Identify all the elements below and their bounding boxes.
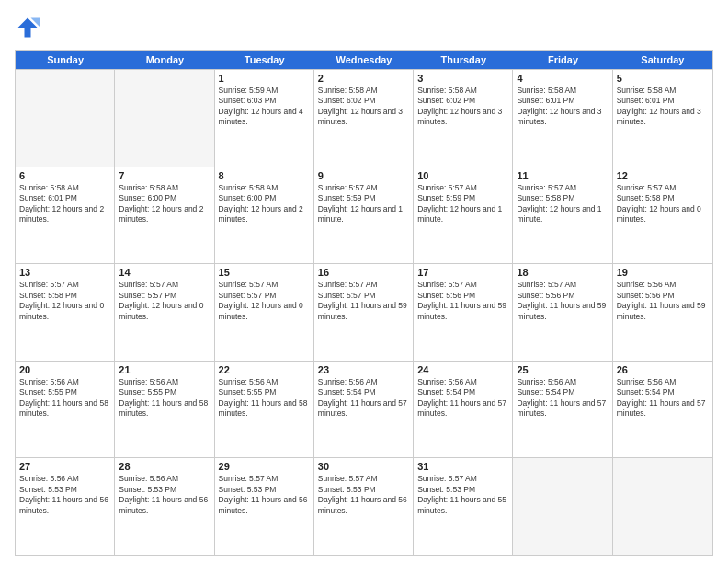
day-cell-8: 8Sunrise: 5:58 AM Sunset: 6:00 PM Daylig… <box>215 167 314 264</box>
day-number: 4 <box>517 73 608 84</box>
day-cell-31: 31Sunrise: 5:57 AM Sunset: 5:53 PM Dayli… <box>414 458 513 555</box>
calendar-row-5: 27Sunrise: 5:56 AM Sunset: 5:53 PM Dayli… <box>16 457 712 555</box>
day-info: Sunrise: 5:56 AM Sunset: 5:54 PM Dayligh… <box>318 377 409 419</box>
day-number: 31 <box>417 461 508 472</box>
day-cell-18: 18Sunrise: 5:57 AM Sunset: 5:56 PM Dayli… <box>513 264 612 361</box>
day-cell-12: 12Sunrise: 5:57 AM Sunset: 5:58 PM Dayli… <box>613 167 712 264</box>
day-cell-25: 25Sunrise: 5:56 AM Sunset: 5:54 PM Dayli… <box>513 362 612 458</box>
day-info: Sunrise: 5:58 AM Sunset: 6:00 PM Dayligh… <box>119 183 210 225</box>
day-info: Sunrise: 5:57 AM Sunset: 5:53 PM Dayligh… <box>417 474 508 516</box>
day-info: Sunrise: 5:59 AM Sunset: 6:03 PM Dayligh… <box>219 86 310 128</box>
day-info: Sunrise: 5:57 AM Sunset: 5:53 PM Dayligh… <box>219 474 310 516</box>
day-header-wednesday: Wednesday <box>314 51 414 69</box>
day-cell-26: 26Sunrise: 5:56 AM Sunset: 5:54 PM Dayli… <box>613 362 712 458</box>
day-cell-5: 5Sunrise: 5:58 AM Sunset: 6:01 PM Daylig… <box>613 70 712 167</box>
day-number: 25 <box>517 364 608 375</box>
day-info: Sunrise: 5:56 AM Sunset: 5:53 PM Dayligh… <box>119 474 210 516</box>
day-number: 22 <box>219 364 310 375</box>
day-number: 7 <box>119 170 210 181</box>
day-cell-16: 16Sunrise: 5:57 AM Sunset: 5:57 PM Dayli… <box>314 264 414 361</box>
day-number: 11 <box>517 170 608 181</box>
day-cell-11: 11Sunrise: 5:57 AM Sunset: 5:58 PM Dayli… <box>513 167 612 264</box>
day-number: 17 <box>417 267 508 278</box>
day-info: Sunrise: 5:57 AM Sunset: 5:57 PM Dayligh… <box>318 280 409 322</box>
day-cell-21: 21Sunrise: 5:56 AM Sunset: 5:55 PM Dayli… <box>115 362 214 458</box>
day-number: 30 <box>318 461 409 472</box>
day-number: 24 <box>417 364 508 375</box>
day-info: Sunrise: 5:56 AM Sunset: 5:54 PM Dayligh… <box>417 377 508 419</box>
day-number: 28 <box>119 461 210 472</box>
day-info: Sunrise: 5:57 AM Sunset: 5:57 PM Dayligh… <box>119 280 210 322</box>
day-number: 20 <box>19 364 110 375</box>
day-cell-19: 19Sunrise: 5:56 AM Sunset: 5:56 PM Dayli… <box>613 264 712 361</box>
day-number: 8 <box>219 170 310 181</box>
day-number: 2 <box>318 73 409 84</box>
day-number: 26 <box>617 364 709 375</box>
day-info: Sunrise: 5:57 AM Sunset: 5:59 PM Dayligh… <box>417 183 508 225</box>
day-info: Sunrise: 5:58 AM Sunset: 6:00 PM Dayligh… <box>219 183 310 225</box>
day-info: Sunrise: 5:57 AM Sunset: 5:58 PM Dayligh… <box>517 183 608 225</box>
day-number: 1 <box>219 73 310 84</box>
day-cell-17: 17Sunrise: 5:57 AM Sunset: 5:56 PM Dayli… <box>414 264 513 361</box>
day-header-tuesday: Tuesday <box>215 51 314 69</box>
day-cell-2: 2Sunrise: 5:58 AM Sunset: 6:02 PM Daylig… <box>314 70 414 167</box>
day-cell-28: 28Sunrise: 5:56 AM Sunset: 5:53 PM Dayli… <box>115 458 214 555</box>
day-info: Sunrise: 5:56 AM Sunset: 5:56 PM Dayligh… <box>617 280 709 322</box>
day-cell-1: 1Sunrise: 5:59 AM Sunset: 6:03 PM Daylig… <box>215 70 314 167</box>
day-info: Sunrise: 5:56 AM Sunset: 5:55 PM Dayligh… <box>19 377 110 419</box>
day-info: Sunrise: 5:57 AM Sunset: 5:57 PM Dayligh… <box>219 280 310 322</box>
day-header-thursday: Thursday <box>414 51 513 69</box>
day-number: 6 <box>19 170 110 181</box>
day-info: Sunrise: 5:58 AM Sunset: 6:01 PM Dayligh… <box>19 183 110 225</box>
day-number: 12 <box>617 170 709 181</box>
day-number: 29 <box>219 461 310 472</box>
day-info: Sunrise: 5:57 AM Sunset: 5:56 PM Dayligh… <box>417 280 508 322</box>
day-header-friday: Friday <box>513 51 612 69</box>
day-number: 19 <box>617 267 709 278</box>
day-header-monday: Monday <box>115 51 214 69</box>
empty-cell <box>115 70 214 167</box>
day-info: Sunrise: 5:57 AM Sunset: 5:59 PM Dayligh… <box>318 183 409 225</box>
day-cell-15: 15Sunrise: 5:57 AM Sunset: 5:57 PM Dayli… <box>215 264 314 361</box>
day-info: Sunrise: 5:56 AM Sunset: 5:55 PM Dayligh… <box>119 377 210 419</box>
day-cell-6: 6Sunrise: 5:58 AM Sunset: 6:01 PM Daylig… <box>16 167 115 264</box>
day-number: 14 <box>119 267 210 278</box>
day-cell-3: 3Sunrise: 5:58 AM Sunset: 6:02 PM Daylig… <box>414 70 513 167</box>
day-info: Sunrise: 5:58 AM Sunset: 6:02 PM Dayligh… <box>318 86 409 128</box>
day-cell-4: 4Sunrise: 5:58 AM Sunset: 6:01 PM Daylig… <box>513 70 612 167</box>
day-number: 9 <box>318 170 409 181</box>
empty-cell <box>613 458 712 555</box>
day-info: Sunrise: 5:58 AM Sunset: 6:02 PM Dayligh… <box>417 86 508 128</box>
day-info: Sunrise: 5:57 AM Sunset: 5:53 PM Dayligh… <box>318 474 409 516</box>
day-info: Sunrise: 5:56 AM Sunset: 5:54 PM Dayligh… <box>517 377 608 419</box>
day-info: Sunrise: 5:57 AM Sunset: 5:58 PM Dayligh… <box>617 183 709 225</box>
day-number: 5 <box>617 73 709 84</box>
day-cell-10: 10Sunrise: 5:57 AM Sunset: 5:59 PM Dayli… <box>414 167 513 264</box>
day-number: 16 <box>318 267 409 278</box>
day-cell-29: 29Sunrise: 5:57 AM Sunset: 5:53 PM Dayli… <box>215 458 314 555</box>
day-header-saturday: Saturday <box>613 51 712 69</box>
day-info: Sunrise: 5:56 AM Sunset: 5:55 PM Dayligh… <box>219 377 310 419</box>
day-number: 21 <box>119 364 210 375</box>
calendar: SundayMondayTuesdayWednesdayThursdayFrid… <box>15 50 713 556</box>
day-info: Sunrise: 5:56 AM Sunset: 5:54 PM Dayligh… <box>617 377 709 419</box>
day-number: 3 <box>417 73 508 84</box>
day-header-sunday: Sunday <box>16 51 115 69</box>
day-cell-14: 14Sunrise: 5:57 AM Sunset: 5:57 PM Dayli… <box>115 264 214 361</box>
day-cell-7: 7Sunrise: 5:58 AM Sunset: 6:00 PM Daylig… <box>115 167 214 264</box>
day-cell-27: 27Sunrise: 5:56 AM Sunset: 5:53 PM Dayli… <box>16 458 115 555</box>
calendar-header: SundayMondayTuesdayWednesdayThursdayFrid… <box>16 51 712 69</box>
day-cell-13: 13Sunrise: 5:57 AM Sunset: 5:58 PM Dayli… <box>16 264 115 361</box>
day-info: Sunrise: 5:57 AM Sunset: 5:58 PM Dayligh… <box>19 280 110 322</box>
day-number: 23 <box>318 364 409 375</box>
day-cell-23: 23Sunrise: 5:56 AM Sunset: 5:54 PM Dayli… <box>314 362 414 458</box>
day-cell-9: 9Sunrise: 5:57 AM Sunset: 5:59 PM Daylig… <box>314 167 414 264</box>
calendar-row-1: 1Sunrise: 5:59 AM Sunset: 6:03 PM Daylig… <box>16 69 712 167</box>
day-cell-30: 30Sunrise: 5:57 AM Sunset: 5:53 PM Dayli… <box>314 458 414 555</box>
empty-cell <box>513 458 612 555</box>
calendar-row-4: 20Sunrise: 5:56 AM Sunset: 5:55 PM Dayli… <box>16 361 712 458</box>
empty-cell <box>16 70 115 167</box>
day-cell-20: 20Sunrise: 5:56 AM Sunset: 5:55 PM Dayli… <box>16 362 115 458</box>
day-number: 15 <box>219 267 310 278</box>
logo <box>15 15 44 40</box>
